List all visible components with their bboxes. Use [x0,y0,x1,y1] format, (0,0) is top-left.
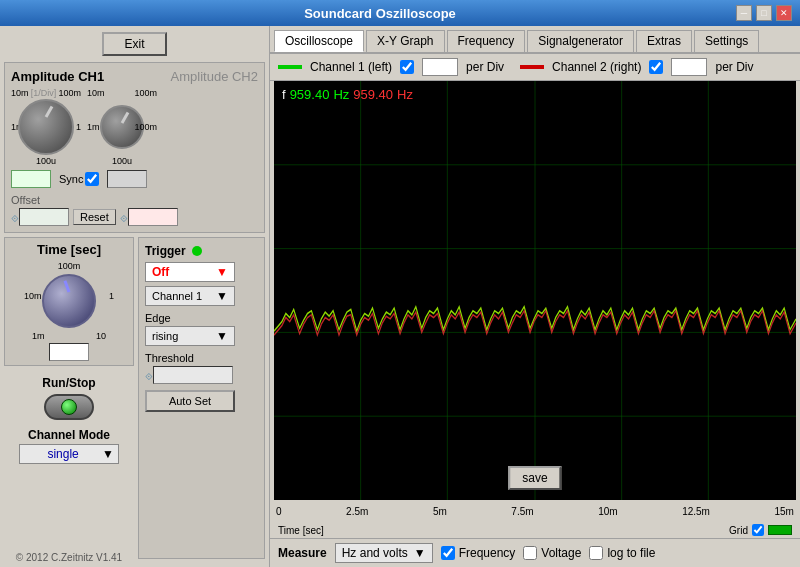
ch1-amplitude-knob[interactable] [18,99,74,155]
channel-mode-value: single [24,447,102,461]
ch2-visible-checkbox[interactable] [649,60,663,74]
ch1-visible-checkbox[interactable] [400,60,414,74]
ch2-knob-label-topleft: 10m [87,88,105,98]
app-icon [8,5,24,21]
log-label: log to file [607,546,655,560]
time-knob-br: 10 [96,331,106,341]
freq-green-unit: Hz [333,87,349,102]
time-tick-3: 7.5m [511,506,533,517]
freq-red-unit: Hz [397,87,413,102]
time-label: Time [sec] [37,242,101,257]
log-checkbox[interactable] [589,546,603,560]
trigger-channel-button[interactable]: Channel 1 ▼ [145,286,235,306]
minimize-button[interactable]: ─ [736,5,752,21]
ch1-offset-input[interactable]: 0.000 [19,208,69,226]
scope-grid [274,81,796,500]
run-stop-button[interactable] [44,394,94,420]
maximize-button[interactable]: □ [756,5,772,21]
trigger-off-button[interactable]: Off ▼ [145,262,235,282]
time-tick-0: 0 [276,506,282,517]
freq-overlay: f 959.40 Hz 959.40 Hz [282,87,413,102]
frequency-checkbox[interactable] [441,546,455,560]
time-axis-label-row: Time [sec] Grid [270,522,800,538]
scope-display: f 959.40 Hz 959.40 Hz save [274,81,796,500]
trigger-rising-button[interactable]: rising ▼ [145,326,235,346]
log-check-group: log to file [589,546,655,560]
copyright: © 2012 C.Zeitnitz V1.41 [16,548,122,563]
grid-checkbox[interactable] [752,524,764,536]
ch2-input[interactable]: 8m [107,170,147,188]
time-axis: 0 2.5m 5m 7.5m 10m 12.5m 15m [270,500,800,522]
ch2-knob-left-label: 1m [87,122,100,132]
time-tick-2: 5m [433,506,447,517]
amplitude-section: Amplitude CH1 Amplitude CH2 10m [1/Div] … [4,62,265,233]
trigger-channel-dropdown-icon: ▼ [216,289,228,303]
close-button[interactable]: ✕ [776,5,792,21]
ch1-per-div-label: per Div [466,60,504,74]
tab-frequency[interactable]: Frequency [447,30,526,52]
tab-signalgenerator[interactable]: Signalgenerator [527,30,634,52]
ch2-knob-right-label: 100m [134,122,157,132]
time-knob-right: 1 [109,291,114,301]
channel-mode-select[interactable]: single ▼ [19,444,119,464]
tab-xy-graph[interactable]: X-Y Graph [366,30,444,52]
time-axis-label: Time [sec] [278,525,324,536]
ch1-knob-label-topright: 100m [58,88,81,98]
autoset-button[interactable]: Auto Set [145,390,235,412]
ch2-bar-label: Channel 2 (right) [552,60,641,74]
save-button[interactable]: save [508,466,561,490]
app-title: Soundcard Oszilloscope [24,6,736,21]
time-tick-4: 10m [598,506,617,517]
sync-label: Sync [59,173,83,185]
run-stop-indicator [61,399,77,415]
threshold-label: Threshold [145,352,258,364]
channel-mode-dropdown-icon: ▼ [102,447,114,461]
threshold-input[interactable]: 0.01 [153,366,233,384]
right-panel: Oscilloscope X-Y Graph Frequency Signalg… [270,26,800,567]
grid-label: Grid [729,525,748,536]
exit-button[interactable]: Exit [102,32,166,56]
measure-dropdown-value: Hz and volts [342,546,408,560]
amplitude-ch1-label: Amplitude CH1 [11,69,104,84]
freq-red-value: 959.40 [353,87,393,102]
amplitude-header: Amplitude CH1 Amplitude CH2 [11,69,258,84]
ch2-per-div-input[interactable]: 8m [671,58,707,76]
trigger-off-dropdown-icon: ▼ [216,265,228,279]
channel-bar: Channel 1 (left) 8m per Div Channel 2 (r… [270,54,800,81]
frequency-check-group: Frequency [441,546,516,560]
time-tick-6: 15m [774,506,793,517]
trigger-label: Trigger [145,244,186,258]
trigger-off-label: Off [152,265,169,279]
time-knob-bl: 1m [32,331,45,341]
reset-button[interactable]: Reset [73,209,116,225]
measure-bar: Measure Hz and volts ▼ Frequency Voltage… [270,538,800,567]
measure-dropdown[interactable]: Hz and volts ▼ [335,543,433,563]
sync-checkbox[interactable] [85,172,99,186]
trigger-indicator [192,246,202,256]
time-knob-left: 10m [24,291,42,301]
edge-label: Edge [145,312,258,324]
tab-settings[interactable]: Settings [694,30,759,52]
voltage-checkbox[interactable] [523,546,537,560]
ch1-per-div-input[interactable]: 8m [422,58,458,76]
ch2-per-div-label: per Div [715,60,753,74]
scope-signal [274,81,796,500]
ch2-knob-label-topright: 100m [134,88,157,98]
amplitude-ch2-label: Amplitude CH2 [171,69,258,84]
measure-dropdown-icon: ▼ [414,546,426,560]
voltage-check-group: Voltage [523,546,581,560]
ch2-knob-bottom-label: 100u [112,156,132,166]
trigger-channel-label: Channel 1 [152,290,202,302]
time-knob[interactable] [42,274,96,328]
time-knob-top: 100m [58,261,81,271]
measure-label: Measure [278,546,327,560]
time-tick-1: 2.5m [346,506,368,517]
window-controls: ─ □ ✕ [736,5,792,21]
ch1-input[interactable]: 8m [11,170,51,188]
freq-green-value: 959.40 [290,87,330,102]
tab-oscilloscope[interactable]: Oscilloscope [274,30,364,52]
time-input[interactable]: 15m [49,343,89,361]
ch2-offset-input[interactable]: 0.000 [128,208,178,226]
run-stop-label: Run/Stop [4,376,134,390]
tab-extras[interactable]: Extras [636,30,692,52]
